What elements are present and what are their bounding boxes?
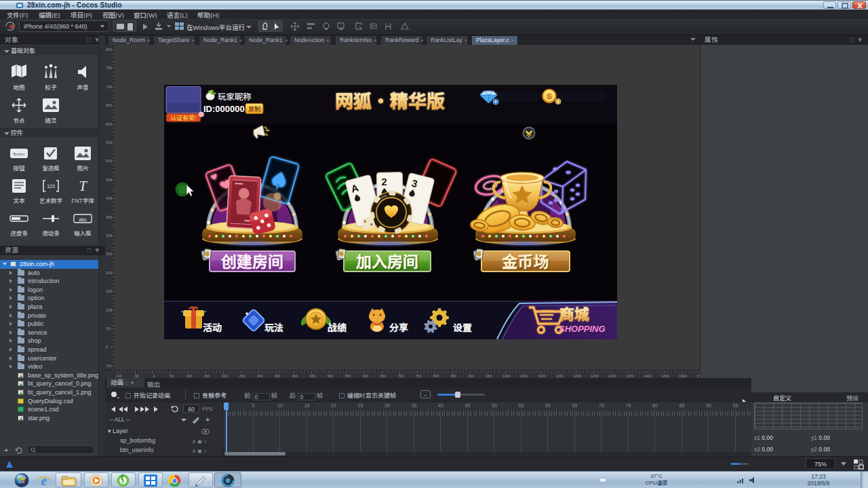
svg-text:网狐·精华版: 网狐·精华版	[335, 87, 445, 113]
svg-text:玩家昵称: 玩家昵称	[218, 90, 252, 102]
svg-text:T: T	[79, 179, 87, 193]
svg-text:金币场: 金币场	[502, 249, 549, 272]
svg-text:玩法: 玩法	[264, 320, 283, 334]
svg-text:ID:000000: ID:000000	[203, 104, 245, 114]
svg-text:e: e	[41, 474, 47, 487]
svg-text:123: 123	[47, 184, 55, 189]
svg-text:abc: abc	[79, 217, 87, 222]
svg-text:e: e	[122, 478, 125, 485]
svg-text:复制: 复制	[248, 105, 260, 113]
svg-text:战绩: 战绩	[328, 320, 347, 334]
svg-text:活动: 活动	[203, 320, 222, 334]
svg-text:分享: 分享	[389, 320, 408, 334]
svg-text:加入房间: 加入房间	[355, 249, 418, 272]
svg-text:S: S	[547, 92, 551, 100]
svg-text:认证有奖!: 认证有奖!	[170, 113, 197, 122]
svg-text:2: 2	[381, 176, 387, 187]
svg-text:设置: 设置	[453, 320, 472, 334]
svg-text:SHOPPING: SHOPPING	[559, 324, 606, 334]
svg-text:Button: Button	[13, 152, 24, 156]
svg-text:商城: 商城	[559, 302, 589, 324]
svg-text:创建房间: 创建房间	[220, 249, 283, 272]
